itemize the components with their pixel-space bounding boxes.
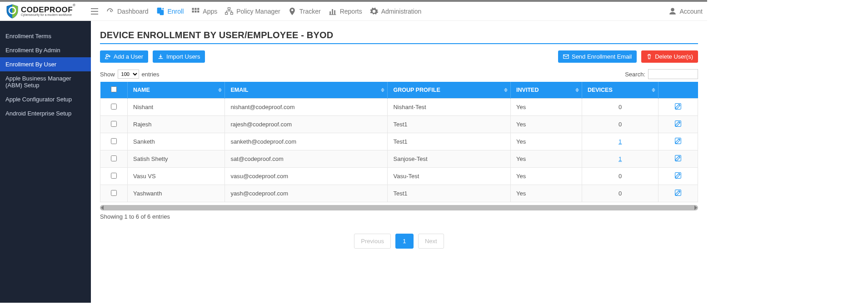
cell-group: Sanjose-Test <box>388 150 511 168</box>
sidebar-item[interactable]: Android Enterprise Setup <box>0 106 91 120</box>
pager-next[interactable]: Next <box>418 234 444 249</box>
col-invited[interactable]: Invited <box>511 82 582 99</box>
col-name[interactable]: Name <box>128 82 225 99</box>
user-plus-icon <box>105 54 111 60</box>
devices-link[interactable]: 1 <box>619 155 622 162</box>
row-checkbox[interactable] <box>111 104 117 110</box>
cell-name: Rajesh <box>128 116 225 133</box>
nav-apps[interactable]: Apps <box>191 7 217 16</box>
svg-rect-7 <box>195 8 197 10</box>
show-label-post: entries <box>142 71 160 78</box>
nav-dashboard[interactable]: Dashboard <box>105 7 149 16</box>
cell-invited: Yes <box>511 185 582 202</box>
cell-actions <box>658 185 698 202</box>
users-table: Name Email Group Profile Invited Devices… <box>100 82 698 202</box>
pager-prev[interactable]: Previous <box>354 234 391 249</box>
cell-name: Vasu VS <box>128 168 225 185</box>
device-plus-icon <box>156 7 165 16</box>
sidebar-item[interactable]: Apple Business Manager (ABM) Setup <box>0 71 91 92</box>
cell-group: Test1 <box>388 133 511 150</box>
send-enrollment-email-button[interactable]: Send Enrollment Email <box>558 50 637 63</box>
pager-page-1[interactable]: 1 <box>395 234 414 249</box>
nav-reports[interactable]: Reports <box>328 7 362 16</box>
edit-icon[interactable] <box>674 103 682 110</box>
brand-logo[interactable]: CODEPROOF® Cybersecurity for a modern wo… <box>5 4 91 19</box>
row-checkbox[interactable] <box>111 190 117 196</box>
cell-email: vasu@codeproof.com <box>225 168 388 185</box>
cell-invited: Yes <box>511 133 582 150</box>
svg-rect-16 <box>332 9 333 15</box>
gear-icon <box>369 7 379 16</box>
cell-email: sat@codeproof.com <box>225 150 388 168</box>
import-icon <box>158 54 164 60</box>
svg-rect-10 <box>195 10 197 12</box>
svg-rect-12 <box>228 7 230 9</box>
table-row: Rajeshrajesh@codeproof.comTest1Yes0 <box>100 116 698 133</box>
col-group[interactable]: Group Profile <box>388 82 511 99</box>
network-icon <box>224 7 234 16</box>
cell-invited: Yes <box>511 168 582 185</box>
row-checkbox[interactable] <box>111 155 117 161</box>
cell-group: Test1 <box>388 116 511 133</box>
cell-group: Test1 <box>388 185 511 202</box>
svg-rect-15 <box>329 11 331 15</box>
account-menu[interactable]: Account <box>668 7 703 15</box>
sidebar-item[interactable]: Enrollment Terms <box>0 29 91 43</box>
edit-icon[interactable] <box>674 120 682 127</box>
svg-rect-9 <box>192 10 194 12</box>
col-devices[interactable]: Devices <box>582 82 658 99</box>
delete-users-button[interactable]: Delete User(s) <box>641 50 698 63</box>
cell-email: nishant@codeproof.com <box>225 99 388 116</box>
add-user-button[interactable]: Add a User <box>100 50 148 63</box>
svg-rect-19 <box>564 55 569 58</box>
svg-rect-24 <box>675 173 681 179</box>
devices-link[interactable]: 1 <box>619 138 622 145</box>
search-input[interactable] <box>648 69 698 79</box>
devices-count: 0 <box>619 104 622 110</box>
select-all-checkbox[interactable] <box>111 86 117 92</box>
sidebar-item[interactable]: Enrollment By User <box>0 57 91 71</box>
row-checkbox[interactable] <box>111 121 117 127</box>
datatable-info: Showing 1 to 6 of 6 entries <box>100 213 698 220</box>
nav-enroll[interactable]: Enroll <box>156 7 184 16</box>
cell-actions <box>658 99 698 116</box>
brand-tm: ® <box>73 3 75 7</box>
import-users-button[interactable]: Import Users <box>153 50 205 63</box>
cell-actions <box>658 168 698 185</box>
devices-count: 0 <box>619 190 622 197</box>
user-icon <box>668 7 677 15</box>
page-length-select[interactable]: 100 <box>118 70 139 79</box>
edit-icon[interactable] <box>674 172 682 179</box>
col-checkbox[interactable] <box>100 82 128 99</box>
cell-group: Nishant-Test <box>388 99 511 116</box>
mail-icon <box>563 54 569 60</box>
cell-actions <box>658 133 698 150</box>
cell-name: Yashwanth <box>128 185 225 202</box>
edit-icon[interactable] <box>674 137 682 145</box>
gauge-icon <box>105 7 115 16</box>
menu-toggle-icon[interactable] <box>91 8 98 15</box>
edit-icon[interactable] <box>674 155 682 162</box>
horizontal-scrollbar[interactable] <box>100 205 698 210</box>
sidebar-item[interactable]: Apple Configurator Setup <box>0 92 91 106</box>
table-row: Nishantnishant@codeproof.comNishant-Test… <box>100 99 698 116</box>
edit-icon[interactable] <box>674 189 682 196</box>
nav-tracker[interactable]: Tracker <box>288 7 321 16</box>
pagination: Previous 1 Next <box>100 234 698 249</box>
row-checkbox[interactable] <box>111 173 117 179</box>
sidebar-item[interactable]: Enrollment By Admin <box>0 43 91 57</box>
row-checkbox[interactable] <box>111 138 117 144</box>
cell-name: Nishant <box>128 99 225 116</box>
cell-email: rajesh@codeproof.com <box>225 116 388 133</box>
devices-count: 0 <box>619 173 622 180</box>
nav-policy-manager[interactable]: Policy Manager <box>224 7 280 16</box>
pin-icon <box>288 7 297 16</box>
svg-rect-14 <box>231 12 233 14</box>
nav-administration[interactable]: Administration <box>369 7 422 16</box>
grid-icon <box>191 7 200 16</box>
table-row: Sankethsanketh@codeproof.comTest1Yes1 <box>100 133 698 150</box>
col-email[interactable]: Email <box>225 82 388 99</box>
cell-actions <box>658 150 698 168</box>
svg-rect-20 <box>675 104 681 110</box>
cell-email: yash@codeproof.com <box>225 185 388 202</box>
